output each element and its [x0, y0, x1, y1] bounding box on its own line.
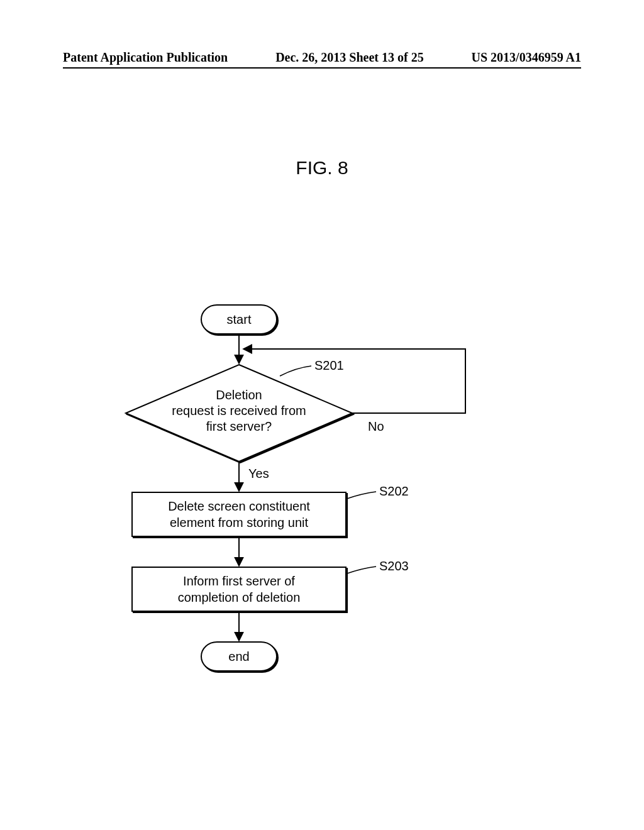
label-s203: S203 — [379, 559, 409, 573]
label-no: No — [368, 419, 384, 433]
s202-line1: Delete screen constituent — [168, 499, 310, 513]
decision-line3: first server? — [206, 419, 272, 433]
decision-line1: Deletion — [216, 388, 262, 402]
label-s202: S202 — [379, 484, 409, 498]
leader-s201 — [280, 366, 311, 376]
label-yes: Yes — [248, 467, 269, 480]
leader-s203 — [347, 567, 376, 573]
end-label: end — [228, 650, 249, 663]
label-s201: S201 — [314, 358, 344, 372]
leader-s202 — [347, 492, 376, 499]
s203-line2: completion of deletion — [178, 590, 301, 604]
s202-line2: element from storing unit — [170, 516, 309, 529]
decision-line2: request is received from — [172, 404, 306, 418]
start-label: start — [227, 313, 252, 326]
page: Patent Application Publication Dec. 26, … — [0, 0, 644, 830]
flowchart-svg: start Deletion request is received from … — [0, 0, 644, 830]
s203-line1: Inform first server of — [183, 574, 295, 588]
